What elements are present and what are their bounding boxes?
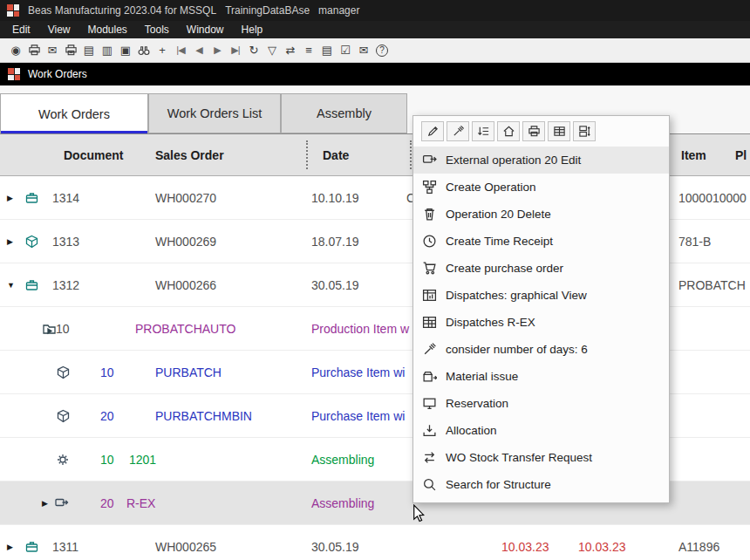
material-issue-icon: [421, 369, 437, 385]
menu-item-external-operation-edit[interactable]: External operation 20 Edit: [413, 147, 669, 174]
last-record-icon[interactable]: ▶|: [228, 42, 242, 59]
expand-icon[interactable]: ▶: [7, 525, 13, 560]
item-box-icon: [56, 351, 71, 393]
collapse-icon[interactable]: ▼: [7, 263, 15, 306]
column-header-pl[interactable]: Pl: [735, 134, 747, 175]
menu-item-operation-delete[interactable]: Operation 20 Delete: [413, 201, 669, 228]
item-cell: 781-B: [678, 220, 711, 263]
name-cell: PURBATCH: [155, 351, 222, 393]
menu-view[interactable]: View: [39, 24, 79, 36]
external-operation-icon: [421, 153, 437, 168]
home-icon[interactable]: [497, 121, 520, 141]
sort-list-icon[interactable]: [472, 121, 494, 141]
document-icon[interactable]: ▤: [320, 42, 334, 59]
dispatch-grid-icon: [421, 315, 437, 331]
refresh-icon[interactable]: ↻: [247, 42, 261, 59]
copy-icon[interactable]: ⇄: [283, 42, 297, 59]
menu-item-label: Operation 20 Delete: [446, 208, 551, 221]
table-icon[interactable]: [548, 121, 570, 141]
date-cell: 10.10.19: [311, 176, 359, 219]
table-row-1311[interactable]: ▶ 1311 WH000265 30.05.19 10.03.23 10.03.…: [0, 525, 750, 560]
date-cell: 30.05.19: [311, 263, 359, 306]
name-cell: PURBATCHMBIN: [155, 394, 252, 437]
menu-item-create-time-receipt[interactable]: Create Time Receipt: [413, 228, 669, 255]
next-record-icon[interactable]: ▶: [210, 42, 224, 59]
send-mail-icon[interactable]: ✉: [357, 42, 371, 59]
help-icon[interactable]: ?: [375, 42, 389, 59]
expand-icon[interactable]: ▶: [42, 481, 48, 524]
allocation-icon: [421, 423, 437, 439]
column-separator[interactable]: [410, 140, 412, 169]
window-tab-bar: Work Orders: [0, 63, 750, 85]
trash-icon: [421, 207, 437, 222]
checklist-icon[interactable]: ☑: [338, 42, 352, 59]
menu-item-create-operation[interactable]: Create Operation: [413, 174, 669, 201]
menu-item-search-for-structure[interactable]: Search for Structure: [413, 471, 669, 498]
number-cell: 10: [100, 351, 114, 393]
production-folder-icon: [42, 307, 57, 350]
filter-icon[interactable]: ▽: [265, 42, 279, 59]
add-icon[interactable]: +: [155, 42, 169, 59]
tab-assembly[interactable]: Assembly: [281, 93, 407, 133]
number-cell: 10: [100, 438, 114, 481]
sales-order-cell: WH000266: [155, 263, 216, 306]
window-tab-label[interactable]: Work Orders: [28, 68, 87, 80]
expand-icon[interactable]: ▶: [7, 220, 13, 263]
title-bar: Beas Manufacturing 2023.04 for MSSQL Tra…: [0, 0, 750, 21]
item-box-icon: [56, 394, 71, 437]
start-date-cell: 10.03.23: [501, 525, 549, 560]
word-document-icon[interactable]: ▥: [100, 42, 114, 59]
menu-item-dispatches-graphical-view[interactable]: Dispatches: graphical View: [413, 282, 669, 309]
mail-icon[interactable]: ✉: [45, 42, 59, 59]
menu-item-dispatches-r-ex[interactable]: Dispatches R-EX: [413, 309, 669, 336]
menu-help[interactable]: Help: [233, 24, 272, 36]
context-menu-toolbar: [413, 116, 669, 147]
column-header-date[interactable]: Date: [323, 134, 349, 175]
edit-icon[interactable]: [421, 121, 444, 141]
menu-item-reservation[interactable]: Reservation: [413, 390, 669, 417]
menu-item-label: Material issue: [446, 370, 518, 383]
tab-work-orders[interactable]: Work Orders: [0, 93, 148, 133]
preview-icon[interactable]: ◉: [9, 42, 23, 59]
split-view-icon[interactable]: [573, 121, 596, 141]
find-icon[interactable]: [137, 42, 151, 59]
export-icon[interactable]: ▤: [82, 42, 96, 59]
database-name: TrainingDataBAse: [225, 4, 310, 17]
menu-item-label: Dispatches: graphical View: [446, 289, 587, 302]
print-icon[interactable]: [27, 42, 41, 59]
column-header-sales-order[interactable]: Sales Order: [155, 134, 224, 175]
previous-record-icon[interactable]: ◀: [192, 42, 206, 59]
item-box-icon: [24, 220, 39, 263]
description-cell: Purchase Item wi: [311, 394, 405, 437]
menu-edit[interactable]: Edit: [3, 24, 39, 36]
item-cell: A11896: [678, 525, 719, 560]
first-record-icon[interactable]: |◀: [174, 42, 188, 59]
column-header-document[interactable]: Document: [64, 134, 123, 175]
menu-modules[interactable]: Modules: [78, 24, 135, 36]
app-title: Beas Manufacturing 2023.04 for MSSQL: [28, 4, 216, 17]
menu-item-label: Dispatches R-EX: [446, 316, 535, 329]
link-icon[interactable]: [447, 121, 469, 141]
column-separator[interactable]: [306, 140, 308, 169]
transfer-icon: [421, 450, 437, 466]
menu-item-label: Create Operation: [446, 181, 536, 194]
work-order-icon: [24, 176, 39, 219]
menu-item-wo-stock-transfer-request[interactable]: WO Stock Transfer Request: [413, 444, 669, 471]
menu-item-create-purchase-order[interactable]: Create purchase order: [413, 255, 669, 282]
description-cell: Production Item w: [311, 307, 409, 350]
documents-icon[interactable]: ▣: [119, 42, 133, 59]
menu-item-allocation[interactable]: Allocation: [413, 417, 669, 444]
print-preview-icon[interactable]: [64, 42, 78, 59]
menu-item-consider-number-of-days[interactable]: consider number of days: 6: [413, 336, 669, 363]
adjust-icon[interactable]: ≡: [302, 42, 316, 59]
column-header-item[interactable]: Item: [681, 134, 706, 175]
expand-icon[interactable]: ▶: [7, 176, 13, 219]
menu-item-material-issue[interactable]: Material issue: [413, 363, 669, 390]
name-cell: R-EX: [126, 481, 155, 524]
menu-item-label: External operation 20 Edit: [446, 154, 581, 167]
menu-tools[interactable]: Tools: [136, 24, 178, 36]
menu-item-label: consider number of days: 6: [446, 343, 588, 356]
tab-work-orders-list[interactable]: Work Orders List: [148, 93, 281, 133]
menu-window[interactable]: Window: [178, 24, 233, 36]
print-icon[interactable]: [522, 121, 545, 141]
